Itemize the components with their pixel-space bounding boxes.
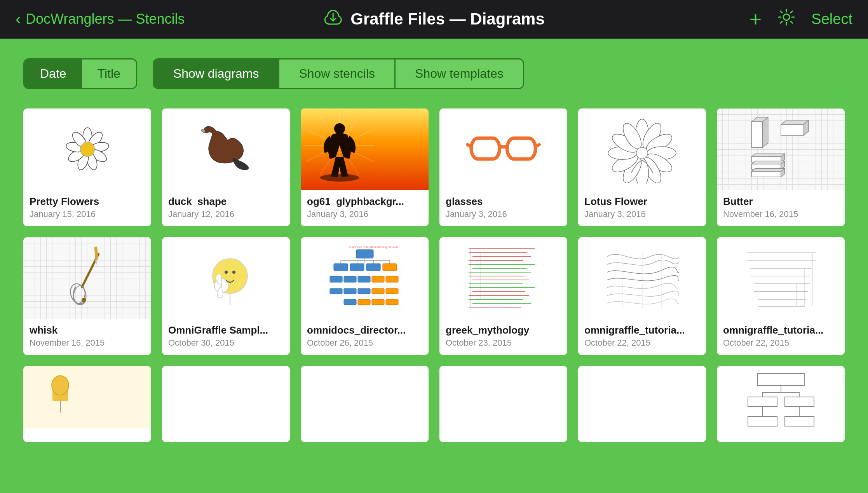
file-name: Pretty Flowers: [30, 196, 145, 208]
file-info: omnigraffle_tutoria... October 22, 2015: [717, 319, 845, 355]
file-thumbnail: [439, 108, 567, 190]
filter-row: Date Title Show diagrams Show stencils S…: [23, 58, 845, 89]
file-info: [23, 428, 151, 442]
view-group: Show diagrams Show stencils Show templat…: [153, 58, 524, 89]
nav-actions: + Select: [749, 8, 852, 31]
svg-rect-135: [785, 416, 814, 426]
file-info: [301, 428, 429, 442]
file-info: omnigraffle_tutoria... October 22, 2015: [578, 319, 706, 355]
file-thumbnail: OmniDocs Production Directory Structure: [301, 237, 429, 319]
svg-rect-132: [748, 397, 777, 407]
settings-button[interactable]: [777, 8, 796, 31]
file-thumbnail: [717, 108, 845, 190]
file-thumbnail: [301, 366, 429, 428]
chevron-left-icon: ‹: [16, 10, 21, 28]
file-thumbnail: [162, 108, 290, 190]
file-card-partial-6[interactable]: [717, 366, 845, 442]
file-card-duck-shape[interactable]: duck_shape January 12, 2016: [162, 108, 290, 226]
file-thumbnail: [23, 366, 151, 428]
file-name: Butter: [723, 196, 838, 208]
sort-group: Date Title: [23, 58, 137, 89]
file-card-partial-2[interactable]: [162, 366, 290, 442]
svg-rect-26: [471, 138, 500, 159]
file-card-partial-5[interactable]: [578, 366, 706, 442]
file-card-pretty-flowers[interactable]: Pretty Flowers January 15, 2016: [23, 108, 151, 226]
file-grid: Pretty Flowers January 15, 2016 duck_sha…: [23, 108, 845, 442]
file-thumbnail: [578, 237, 706, 319]
file-date: October 22, 2015: [584, 338, 700, 348]
show-diagrams-button[interactable]: Show diagrams: [154, 59, 280, 88]
file-card-lotus[interactable]: Lotus Flower January 3, 2016: [578, 108, 706, 226]
file-date: January 15, 2016: [30, 209, 145, 219]
add-button[interactable]: +: [749, 9, 762, 30]
svg-point-130: [52, 376, 69, 395]
svg-point-60: [68, 281, 89, 306]
file-date: January 3, 2016: [307, 209, 422, 219]
svg-rect-91: [386, 288, 398, 294]
file-info: glasses January 3, 2016: [439, 190, 567, 226]
svg-rect-133: [785, 397, 814, 407]
svg-marker-57: [751, 168, 784, 171]
sort-title-button[interactable]: Title: [82, 59, 136, 88]
svg-line-30: [535, 144, 539, 147]
file-card-partial-3[interactable]: [301, 366, 429, 442]
svg-rect-92: [344, 299, 356, 305]
main-content: Date Title Show diagrams Show stencils S…: [0, 39, 868, 493]
file-info: [162, 428, 290, 442]
svg-point-1: [783, 14, 790, 20]
file-info: Lotus Flower January 3, 2016: [578, 190, 706, 226]
nav-back-button[interactable]: ‹ DocWranglers — Stencils: [16, 10, 185, 28]
file-info: [717, 428, 845, 442]
file-date: January 3, 2016: [584, 209, 700, 219]
file-card-greek-mythology[interactable]: greek_mythology October 23, 2015: [439, 237, 567, 355]
file-card-glasses[interactable]: glasses January 3, 2016: [439, 108, 567, 226]
svg-point-64: [81, 298, 85, 302]
svg-rect-87: [330, 288, 342, 294]
svg-marker-51: [751, 154, 784, 157]
svg-point-11: [80, 142, 94, 156]
file-date: November 16, 2015: [30, 338, 145, 348]
file-date: January 3, 2016: [446, 209, 561, 219]
sort-date-button[interactable]: Date: [24, 59, 82, 88]
file-card-butter[interactable]: Butter November 16, 2015: [717, 108, 845, 226]
svg-rect-94: [372, 299, 384, 305]
file-info: greek_mythology October 23, 2015: [439, 319, 567, 355]
svg-point-68: [225, 271, 228, 274]
file-card-partial-1[interactable]: [23, 366, 151, 442]
file-card-glyph[interactable]: og61_glyphbackgr... January 3, 2016: [301, 108, 429, 226]
nav-back-label: DocWranglers — Stencils: [26, 11, 185, 27]
file-card-whisk[interactable]: whisk November 16, 2015: [23, 237, 151, 355]
file-thumbnail: [301, 108, 429, 190]
svg-rect-89: [358, 288, 370, 294]
file-name: og61_glyphbackgr...: [307, 196, 422, 208]
file-date: October 23, 2015: [446, 338, 561, 348]
svg-rect-44: [751, 122, 762, 147]
file-info: OmniGraffle Sampl... October 30, 2015: [162, 319, 290, 355]
select-button[interactable]: Select: [811, 11, 852, 28]
file-card-tutorial-1[interactable]: omnigraffle_tutoria... October 22, 2015: [578, 237, 706, 355]
file-name: glasses: [446, 196, 561, 208]
file-date: October 26, 2015: [307, 338, 422, 348]
svg-rect-134: [748, 416, 777, 426]
file-info: [578, 428, 706, 442]
file-date: November 16, 2015: [723, 209, 838, 219]
file-thumbnail: [439, 237, 567, 319]
file-name: omnigraffle_tutoria...: [584, 324, 700, 336]
file-name: omnidocs_director...: [307, 324, 422, 336]
file-name: omnigraffle_tutoria...: [723, 324, 838, 336]
file-card-omnidocs[interactable]: OmniDocs Production Directory Structure: [301, 237, 429, 355]
file-info: og61_glyphbackgr... January 3, 2016: [301, 190, 429, 226]
file-card-partial-4[interactable]: [439, 366, 567, 442]
cloud-icon: [323, 7, 343, 31]
file-name: greek_mythology: [446, 324, 561, 336]
file-thumbnail: [578, 366, 706, 428]
file-info: Butter November 16, 2015: [717, 190, 845, 226]
show-stencils-button[interactable]: Show stencils: [279, 59, 396, 88]
page-title: Graffle Files — Diagrams: [350, 10, 545, 28]
svg-rect-95: [386, 299, 398, 305]
svg-rect-74: [350, 264, 364, 271]
file-card-omnigraffle-sample[interactable]: OmniGraffle Sampl... October 30, 2015: [162, 237, 290, 355]
svg-rect-76: [383, 264, 397, 271]
file-card-tutorial-2[interactable]: omnigraffle_tutoria... October 22, 2015: [717, 237, 845, 355]
show-templates-button[interactable]: Show templates: [396, 59, 523, 88]
